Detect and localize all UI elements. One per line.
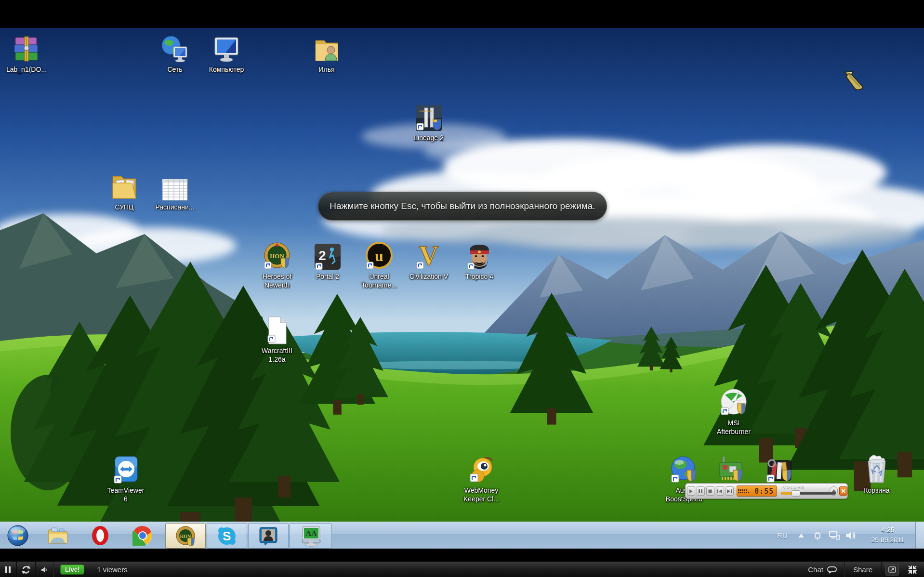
tray-time: 4:25	[865, 525, 911, 535]
tray-show-hidden-icons[interactable]	[795, 522, 807, 549]
tray-date: 29.09.2011	[865, 535, 911, 545]
desktop-icon-lab-archive[interactable]: Lab_n1(DO...	[0, 34, 54, 74]
share-button[interactable]: Share	[845, 562, 881, 577]
taskbar-hon-button[interactable]: HON	[165, 523, 206, 549]
skype-icon: S	[217, 526, 237, 546]
desktop-icon-computer[interactable]: Компьютер	[198, 34, 254, 74]
desktop-icon-user-folder[interactable]: Илья	[299, 34, 355, 74]
desktop-icon-portal2[interactable]: 2 Portal 2	[300, 241, 356, 281]
popout-icon	[888, 566, 896, 573]
taskbar-chrome-button[interactable]	[129, 522, 156, 549]
tray-clock[interactable]: 4:25 29.09.2011	[865, 525, 911, 545]
viewer-count: 1 viewers	[97, 565, 127, 574]
tray-network-icon[interactable]	[827, 522, 842, 549]
desktop-icon-civ5[interactable]: V Civilization V	[401, 241, 457, 281]
mini-player-prev-button[interactable]	[716, 486, 724, 496]
lcd-equalizer	[737, 488, 752, 495]
recycle-bin-icon	[864, 455, 889, 485]
hon-icon: HON	[263, 241, 291, 271]
toast-message: Нажмите кнопку Esc, чтобы выйти из полно…	[330, 201, 595, 211]
desktop-icon-warcraft3[interactable]: WarcraftIII1.26a	[249, 315, 305, 364]
popout-player-button[interactable]	[885, 564, 899, 576]
teamviewer-icon	[112, 455, 139, 485]
svg-text:u: u	[375, 247, 383, 264]
letterbox-band	[0, 548, 924, 561]
lineage2-icon: LINEAGE	[415, 102, 443, 132]
taskbar-monitor-app-button[interactable]: AA	[290, 523, 332, 549]
msi-afterburner-icon	[719, 387, 748, 417]
desktop-icon-lineage2[interactable]: LINEAGE Lineage 2	[401, 102, 457, 142]
device-card-icon	[716, 455, 745, 485]
desktop-icon-network[interactable]: Сеть	[147, 34, 203, 74]
share-label: Share	[853, 565, 872, 574]
webmoney-keeper-icon	[467, 455, 495, 485]
svg-text:S: S	[223, 529, 231, 543]
live-badge: Live!	[60, 564, 84, 575]
mini-player-next-button[interactable]	[726, 486, 734, 496]
desktop-icon-msi-afterburner[interactable]: MSIAfterburner	[706, 387, 762, 436]
hon-taskbar-icon: HON	[175, 525, 196, 547]
chat-label: Chat	[808, 565, 823, 574]
tray-language-indicator[interactable]: RU	[774, 522, 791, 549]
boostspeed-globe-icon	[670, 455, 699, 485]
fullscreen-exit-toast: Нажмите кнопку Esc, чтобы выйти из полно…	[318, 192, 607, 221]
chat-button[interactable]: Chat	[801, 562, 844, 577]
chat-bubble-icon	[827, 566, 837, 574]
spreadsheet-icon	[161, 171, 188, 201]
mini-player-stop-button[interactable]	[706, 486, 714, 496]
unreal-icon: u	[365, 241, 394, 271]
start-button[interactable]	[6, 522, 30, 549]
exit-fullscreen-icon	[907, 564, 918, 575]
stream-control-bar: Live! 1 viewers Chat Share	[0, 561, 924, 577]
desktop-icon-device-card[interactable]	[702, 455, 758, 485]
desktop-icon-teamviewer[interactable]: TeamViewer6	[98, 455, 154, 503]
mini-player-volume[interactable]: VOLUME	[781, 485, 828, 497]
monitor-app-icon: AA	[300, 525, 322, 547]
taskbar-opera-button[interactable]	[87, 522, 114, 549]
tool-books-icon	[765, 455, 794, 485]
taskbar-explorer-button[interactable]	[44, 522, 71, 549]
desktop-icon-supc-folder[interactable]: СУПЦ	[96, 171, 152, 211]
mini-player-lcd: 0:55	[737, 485, 778, 497]
stream-viewport: Lab_n1(DO... Сеть	[0, 0, 924, 577]
taskbar-messenger-button[interactable]	[248, 523, 289, 549]
desktop-icon-unreal[interactable]: u UnrealTourname...	[351, 241, 407, 289]
taskbar-skype-button[interactable]: S	[207, 523, 247, 549]
chevron-up-icon	[798, 533, 805, 538]
exit-fullscreen-button[interactable]	[903, 562, 922, 577]
desktop-icon-webmoney[interactable]: WebMoneyKeeper Cl...	[453, 455, 509, 503]
mini-player-play-button[interactable]	[687, 486, 695, 496]
cursor-pointer	[841, 69, 870, 98]
show-desktop-button[interactable]	[915, 522, 924, 549]
tropico4-icon	[466, 241, 493, 271]
stream-refresh-button[interactable]	[17, 562, 35, 577]
svg-text:AA: AA	[305, 529, 317, 538]
messenger-contact-icon	[258, 526, 278, 546]
network-globe-icon	[160, 34, 189, 64]
mini-player-widget: 0:55 VOLUME	[685, 483, 848, 499]
divider	[53, 562, 53, 577]
civ5-icon: V	[415, 241, 443, 271]
tray-volume-icon[interactable]	[843, 522, 858, 549]
computer-monitor-icon	[212, 34, 240, 64]
winrar-books-icon	[13, 34, 40, 64]
stream-pause-button[interactable]	[0, 562, 16, 577]
desktop-icon-schedule[interactable]: Расписани...	[147, 171, 203, 211]
mini-player-time: 0:55	[752, 487, 777, 496]
taskbar: HON S	[0, 522, 924, 549]
mini-player-close-button[interactable]	[839, 486, 847, 496]
portal2-icon: 2	[314, 241, 342, 271]
volume-handle[interactable]	[792, 490, 800, 497]
desktop-icon-heroes-of-newerth[interactable]: HON Heroes ofNewerth	[249, 241, 305, 289]
svg-text:LINEAGE: LINEAGE	[420, 109, 432, 112]
svg-text:2: 2	[318, 248, 326, 263]
stream-volume-button[interactable]	[36, 562, 53, 577]
documents-folder-icon	[110, 171, 139, 201]
desktop-icon-tropico4[interactable]: Tropico 4	[451, 241, 507, 281]
mini-player-pause-button[interactable]	[697, 486, 705, 496]
volume-label: VOLUME	[783, 485, 805, 490]
divider	[881, 562, 882, 577]
tray-power-icon[interactable]	[810, 522, 825, 549]
desktop-icon-recycle-bin[interactable]: Корзина	[849, 455, 905, 495]
user-folder-icon	[314, 34, 340, 64]
